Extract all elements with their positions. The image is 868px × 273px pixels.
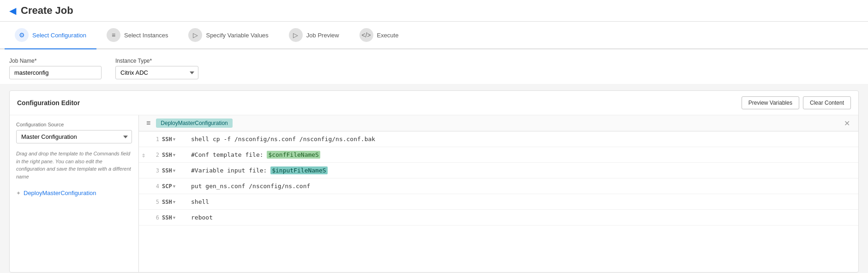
- wizard-step-execute[interactable]: </> Execute: [349, 22, 409, 49]
- menu-icon[interactable]: ≡: [144, 118, 153, 128]
- config-editor-title: Configuration Editor: [17, 99, 80, 107]
- drag-icon: ✦: [16, 190, 21, 196]
- step-icon-instances: ≡: [107, 28, 120, 42]
- template-item-label: DeployMasterConfiguration: [24, 190, 96, 196]
- step-label-preview: Job Preview: [306, 32, 339, 39]
- back-button[interactable]: ◀: [9, 5, 16, 16]
- left-panel: Configuration Source Master Configuratio…: [10, 115, 139, 272]
- wizard-step-specify-variables[interactable]: ▷ Specify Variable Values: [178, 22, 278, 49]
- line-num-5: 5: [148, 199, 162, 205]
- page-header: ◀ Create Job: [0, 0, 868, 22]
- step-icon-variables: ▷: [188, 28, 202, 42]
- table-row: ⇕ 2 SSH▼ #Conf template file: $confFileN…: [139, 147, 858, 163]
- cmd-type-6[interactable]: SSH▼: [162, 214, 187, 221]
- page-title: Create Job: [21, 5, 73, 17]
- line-num-1: 1: [148, 136, 162, 142]
- wizard-step-select-instances[interactable]: ≡ Select Instances: [96, 22, 178, 49]
- line-num-2: 2: [148, 152, 162, 158]
- step-label-execute: Execute: [377, 32, 399, 39]
- instance-type-label: Instance Type*: [115, 58, 198, 64]
- job-name-field: Job Name*: [9, 58, 102, 79]
- tab-close-button[interactable]: ✕: [840, 119, 854, 128]
- editor-body: Configuration Source Master Configuratio…: [10, 115, 858, 272]
- cmd-content-2: #Conf template file: $confFileNameS: [187, 149, 858, 160]
- job-name-label: Job Name*: [9, 58, 102, 64]
- command-lines: 1 SSH▼ shell cp -f /nsconfig/ns.conf /ns…: [139, 131, 858, 226]
- source-select-wrap: Master Configuration Custom: [16, 130, 132, 143]
- table-row: 3 SSH▼ #Variable input file: $inputFileN…: [139, 163, 858, 178]
- right-panel: ≡ DeployMasterConfiguration ✕ 1 SSH▼ she…: [139, 115, 858, 272]
- cmd-content-4: put gen_ns.conf /nsconfig/ns.conf: [187, 181, 858, 191]
- configuration-source-select[interactable]: Master Configuration Custom: [16, 130, 132, 143]
- cmd-type-1[interactable]: SSH▼: [162, 136, 187, 142]
- var-conffilenames: $confFileNameS: [267, 151, 320, 159]
- tab-label: DeployMasterConfiguration: [161, 120, 227, 126]
- line-num-4: 4: [148, 183, 162, 190]
- config-editor-section: Configuration Editor Preview Variables C…: [9, 90, 859, 273]
- cmd-type-5[interactable]: SSH▼: [162, 199, 187, 205]
- cmd-content-6: reboot: [187, 212, 858, 223]
- line-num-6: 6: [148, 214, 162, 221]
- cmd-content-5: shell: [187, 196, 858, 207]
- wizard-step-job-preview[interactable]: ▷ Job Preview: [279, 22, 349, 49]
- cmd-type-2[interactable]: SSH▼: [162, 152, 187, 158]
- wizard-step-select-config[interactable]: ⚙ Select Configuration: [5, 22, 96, 49]
- table-row: 6 SSH▼ reboot: [139, 210, 858, 226]
- source-hint: Drag and drop the template to the Comman…: [16, 150, 132, 180]
- form-row: Job Name* Instance Type* Citrix ADC Citr…: [9, 58, 859, 79]
- clear-content-button[interactable]: Clear Content: [803, 96, 851, 109]
- cmd-content-3: #Variable input file: $inputFileNameS: [187, 165, 858, 176]
- step-label-instances: Select Instances: [124, 32, 168, 39]
- table-row: 5 SSH▼ shell: [139, 194, 858, 210]
- cmd-content-1: shell cp -f /nsconfig/ns.conf /nsconfig/…: [187, 134, 858, 144]
- table-row: 1 SSH▼ shell cp -f /nsconfig/ns.conf /ns…: [139, 131, 858, 147]
- wizard-steps: ⚙ Select Configuration ≡ Select Instance…: [0, 22, 868, 49]
- step-icon-config: ⚙: [15, 28, 29, 42]
- source-label: Configuration Source: [16, 122, 132, 127]
- step-label-config: Select Configuration: [32, 32, 86, 39]
- cmd-type-3[interactable]: SSH▼: [162, 167, 187, 174]
- instance-type-select[interactable]: Citrix ADC Citrix SD-WAN Citrix Gateway: [115, 66, 198, 79]
- var-inputfilenames: $inputFileNameS: [270, 166, 327, 174]
- template-item-deploy[interactable]: ✦ DeployMasterConfiguration: [16, 188, 132, 198]
- step-icon-execute: </>: [359, 28, 373, 42]
- arrow-icon-2: ⇕: [139, 151, 148, 159]
- preview-variables-button[interactable]: Preview Variables: [742, 96, 799, 109]
- table-row: 4 SCP▼ put gen_ns.conf /nsconfig/ns.conf: [139, 178, 858, 194]
- step-label-variables: Specify Variable Values: [206, 32, 268, 39]
- tab-chip-deploy[interactable]: DeployMasterConfiguration: [156, 119, 232, 128]
- line-num-3: 3: [148, 167, 162, 174]
- config-editor-actions: Preview Variables Clear Content: [742, 96, 851, 109]
- back-icon: ◀: [9, 5, 16, 16]
- form-area: Job Name* Instance Type* Citrix ADC Citr…: [0, 49, 868, 84]
- cmd-type-4[interactable]: SCP▼: [162, 183, 187, 190]
- instance-type-field: Instance Type* Citrix ADC Citrix SD-WAN …: [115, 58, 198, 79]
- job-name-input[interactable]: [9, 66, 102, 79]
- tab-bar: ≡ DeployMasterConfiguration ✕: [139, 115, 858, 131]
- step-icon-preview: ▷: [289, 28, 303, 42]
- config-editor-header: Configuration Editor Preview Variables C…: [10, 91, 858, 115]
